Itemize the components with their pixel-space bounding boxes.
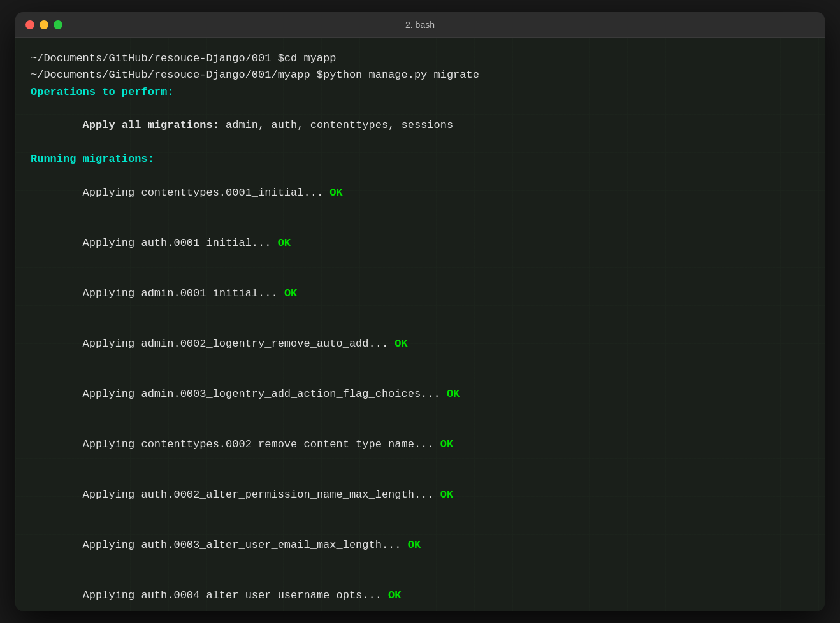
ok-1: OK bbox=[329, 187, 342, 199]
line-m6: Applying contenttypes.0002_remove_conten… bbox=[31, 420, 809, 470]
apply-all-label: Apply all migrations: bbox=[69, 119, 226, 131]
migration-text-4: Applying admin.0002_logentry_remove_auto… bbox=[69, 338, 395, 350]
line-apply-all: Apply all migrations: admin, auth, conte… bbox=[31, 101, 809, 151]
ok-5: OK bbox=[447, 388, 460, 400]
line-m9: Applying auth.0004_alter_user_username_o… bbox=[31, 571, 809, 611]
line-operations-header: Operations to perform: bbox=[31, 84, 809, 101]
ok-4: OK bbox=[395, 338, 407, 350]
line-m1: Applying contenttypes.0001_initial... OK bbox=[31, 168, 809, 218]
terminal-body[interactable]: ~/Documents/GitHub/resouce-Django/001 $c… bbox=[15, 38, 825, 611]
ok-6: OK bbox=[440, 438, 453, 450]
minimize-button[interactable] bbox=[40, 20, 48, 29]
migration-text-5: Applying admin.0003_logentry_add_action_… bbox=[69, 388, 447, 400]
line-cmd2: ~/Documents/GitHub/resouce-Django/001/my… bbox=[31, 67, 809, 83]
ok-2: OK bbox=[278, 237, 291, 249]
migration-text-1: Applying contenttypes.0001_initial... bbox=[69, 187, 329, 199]
line-running-migrations: Running migrations: bbox=[31, 151, 809, 168]
line-m2: Applying auth.0001_initial... OK bbox=[31, 218, 809, 268]
close-button[interactable] bbox=[25, 20, 34, 29]
migration-text-2: Applying auth.0001_initial... bbox=[69, 237, 277, 249]
apply-all-value: admin, auth, contenttypes, sessions bbox=[226, 119, 453, 131]
ok-3: OK bbox=[284, 287, 297, 299]
migration-text-3: Applying admin.0001_initial... bbox=[69, 287, 284, 299]
ok-7: OK bbox=[440, 489, 453, 501]
line-m5: Applying admin.0003_logentry_add_action_… bbox=[31, 369, 809, 420]
line-m7: Applying auth.0002_alter_permission_name… bbox=[31, 470, 809, 520]
terminal-window: 2. bash ~/Documents/GitHub/resouce-Djang… bbox=[15, 12, 825, 611]
migration-text-9: Applying auth.0004_alter_user_username_o… bbox=[69, 589, 388, 601]
line-m8: Applying auth.0003_alter_user_email_max_… bbox=[31, 520, 809, 571]
ok-8: OK bbox=[408, 539, 421, 551]
migration-text-8: Applying auth.0003_alter_user_email_max_… bbox=[69, 539, 408, 551]
title-bar: 2. bash bbox=[15, 12, 825, 38]
line-m3: Applying admin.0001_initial... OK bbox=[31, 268, 809, 319]
traffic-lights bbox=[25, 20, 62, 29]
ok-9: OK bbox=[388, 589, 401, 601]
line-cmd1: ~/Documents/GitHub/resouce-Django/001 $c… bbox=[31, 50, 809, 67]
window-title: 2. bash bbox=[405, 20, 435, 30]
migration-text-7: Applying auth.0002_alter_permission_name… bbox=[69, 489, 440, 501]
migration-text-6: Applying contenttypes.0002_remove_conten… bbox=[69, 438, 440, 450]
maximize-button[interactable] bbox=[54, 20, 62, 29]
line-m4: Applying admin.0002_logentry_remove_auto… bbox=[31, 319, 809, 369]
